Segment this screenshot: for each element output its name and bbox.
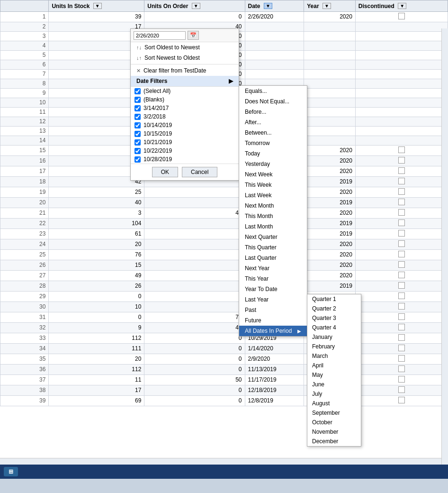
date-checkbox-item[interactable]: 10/14/2019 xyxy=(131,121,239,129)
date-filter-submenu-item[interactable]: Past xyxy=(239,305,307,315)
year-header: Year ▼ xyxy=(304,0,356,12)
date-filter-submenu-item[interactable]: Next Month xyxy=(239,201,307,211)
date-checkbox-item[interactable]: 10/15/2019 xyxy=(131,129,239,138)
date-checkbox-item[interactable]: 10/21/2019 xyxy=(131,138,239,146)
date-filter-submenu-item[interactable]: Tomorrow xyxy=(239,138,307,148)
period-item[interactable]: January xyxy=(307,332,361,342)
date-checkbox-item[interactable]: 10/22/2019 xyxy=(131,146,239,155)
row-number: 9 xyxy=(0,88,49,98)
date-filter-input[interactable] xyxy=(134,31,186,40)
date-checkbox[interactable] xyxy=(134,122,141,128)
period-item[interactable]: February xyxy=(307,342,361,351)
period-item[interactable]: Quarter 4 xyxy=(307,323,361,332)
period-item[interactable]: November xyxy=(307,427,361,437)
units-in-stock-filter-btn[interactable]: ▼ xyxy=(93,3,102,9)
date-checkboxes: 3/14/20173/2/201810/14/201910/15/201910/… xyxy=(131,104,239,164)
year-cell xyxy=(304,79,356,88)
blanks-checkbox[interactable] xyxy=(134,97,141,103)
year-cell: 2020 xyxy=(304,166,356,176)
discontinued-checkbox xyxy=(398,324,405,330)
discontinued-filter-btn[interactable]: ▼ xyxy=(398,3,406,9)
sort-newest-item[interactable]: ↓↑ Sort Newest to Oldest xyxy=(131,53,239,63)
date-filter-submenu-item[interactable]: Last Quarter xyxy=(239,253,307,263)
clear-filter-item[interactable]: ✕ Clear filter from TestDate xyxy=(131,65,239,76)
date-checkbox[interactable] xyxy=(134,105,141,111)
horizontal-scrollbar[interactable] xyxy=(0,458,441,465)
period-item[interactable]: August xyxy=(307,399,361,408)
date-filter-submenu-item[interactable]: Before... xyxy=(239,107,307,117)
date-filter-submenu-item[interactable]: Future xyxy=(239,315,307,326)
date-filter-submenu-item[interactable]: Last Year xyxy=(239,294,307,305)
period-item[interactable]: December xyxy=(307,437,361,446)
discontinued-cell xyxy=(355,41,448,50)
vertical-scrollbar[interactable] xyxy=(441,28,448,465)
period-item[interactable]: September xyxy=(307,408,361,418)
date-filter-submenu-item[interactable]: Yesterday xyxy=(239,159,307,169)
date-filter-submenu-item[interactable]: This Month xyxy=(239,211,307,221)
sort-desc-icon: ↓↑ xyxy=(136,55,142,61)
discontinued-cell xyxy=(355,11,448,22)
date-filter-submenu-item[interactable]: All Dates In Period▶ xyxy=(239,326,307,336)
period-item[interactable]: April xyxy=(307,361,361,370)
date-filter-submenu-item[interactable]: Last Week xyxy=(239,190,307,201)
ok-button[interactable]: OK xyxy=(152,167,178,177)
year-cell: 2020 xyxy=(304,249,356,260)
start-button[interactable]: ⊞ xyxy=(4,467,18,476)
period-item[interactable]: Quarter 2 xyxy=(307,304,361,313)
date-filter-submenu-item[interactable]: Next Quarter xyxy=(239,232,307,242)
table-row: 329401/12/20202020 xyxy=(0,322,448,333)
date-checkbox-item[interactable]: 3/14/2017 xyxy=(131,104,239,112)
date-checkbox[interactable] xyxy=(134,131,141,137)
cancel-button[interactable]: Cancel xyxy=(182,167,217,177)
date-filter-submenu-item[interactable]: This Year xyxy=(239,274,307,284)
period-item[interactable]: July xyxy=(307,389,361,399)
units-in-stock-header: Units In Stock ▼ xyxy=(49,0,144,12)
date-filter-submenu-item[interactable]: Today xyxy=(239,148,307,159)
table-row: 33112010/29/20192019 xyxy=(0,333,448,343)
filter-btn-row: OK Cancel xyxy=(131,164,239,180)
calendar-icon[interactable]: 📅 xyxy=(188,31,199,40)
date-filter-submenu-item[interactable]: This Quarter xyxy=(239,242,307,253)
date-checkbox[interactable] xyxy=(134,148,141,154)
sort-oldest-item[interactable]: ↑↓ Sort Oldest to Newest xyxy=(131,42,239,53)
date-checkbox[interactable] xyxy=(134,156,141,163)
date-input-area: 📅 xyxy=(131,29,239,42)
period-item[interactable]: Quarter 3 xyxy=(307,313,361,323)
date-filters-item[interactable]: Date Filters ▶ xyxy=(131,76,239,86)
date-filter-submenu-item[interactable]: Year To Date xyxy=(239,284,307,294)
date-filter-submenu-item[interactable]: Equals... xyxy=(239,86,307,96)
discontinued-cell xyxy=(355,395,448,406)
period-item[interactable]: June xyxy=(307,380,361,389)
year-filter-btn[interactable]: ▼ xyxy=(323,3,331,9)
blanks-item[interactable]: (Blanks) xyxy=(131,95,239,104)
date-filter-submenu-item[interactable]: Does Not Equal... xyxy=(239,96,307,107)
date-checkbox-item[interactable]: 10/28/2019 xyxy=(131,155,239,164)
date-filter-submenu-item[interactable]: This Week xyxy=(239,180,307,190)
date-filter-submenu-item[interactable]: Next Year xyxy=(239,263,307,274)
period-item[interactable]: May xyxy=(307,370,361,380)
date-filter-btn[interactable]: ▼ xyxy=(264,3,272,9)
discontinued-checkbox xyxy=(398,386,405,393)
date-filter-submenu-item[interactable]: Next Week xyxy=(239,169,307,180)
row-number: 24 xyxy=(0,239,49,249)
table-row: 2361012/28/20192019 xyxy=(0,228,448,239)
date-filter-submenu-label: Last Quarter xyxy=(245,255,277,261)
period-item[interactable]: October xyxy=(307,418,361,427)
units-on-order-filter-btn[interactable]: ▼ xyxy=(192,3,200,9)
period-item[interactable]: Quarter 1 xyxy=(307,294,361,304)
date-checkbox[interactable] xyxy=(134,114,141,120)
date-filter-submenu-item[interactable]: Last Month xyxy=(239,221,307,232)
period-item[interactable]: March xyxy=(307,351,361,361)
date-checkbox-item[interactable]: 3/2/2018 xyxy=(131,112,239,121)
date-filter-submenu-item[interactable]: Between... xyxy=(239,128,307,138)
date-filter-submenu-label: Does Not Equal... xyxy=(245,98,289,105)
row-number: 31 xyxy=(0,312,49,322)
select-all-checkbox[interactable] xyxy=(134,88,141,94)
select-all-item[interactable]: (Select All) xyxy=(131,87,239,95)
separator-1 xyxy=(131,64,239,64)
date-filter-submenu-item[interactable]: After... xyxy=(239,117,307,128)
date-checkbox[interactable] xyxy=(134,139,141,146)
discontinued-cell xyxy=(355,333,448,343)
discontinued-checkbox xyxy=(398,292,405,299)
row-number: 10 xyxy=(0,98,49,107)
